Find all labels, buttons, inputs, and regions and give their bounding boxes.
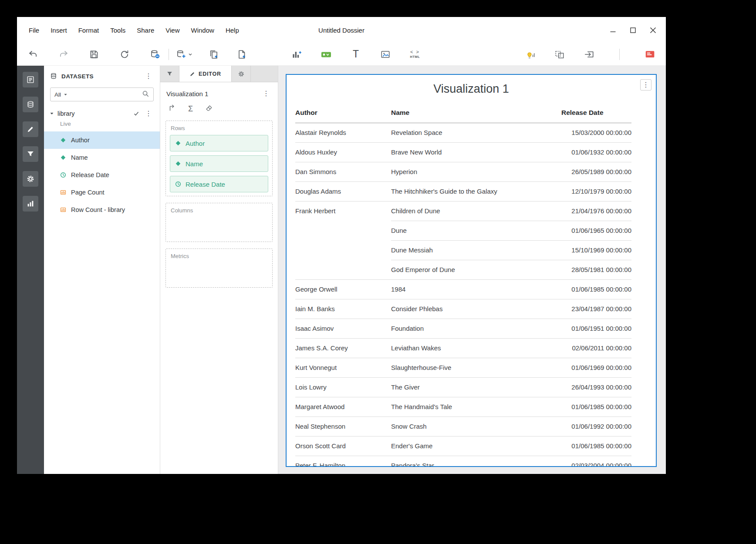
caret-down-icon[interactable]: [50, 111, 54, 116]
grid-cell[interactable]: 01/06/1932 00:00:00: [561, 142, 631, 162]
grid-row[interactable]: Margaret AtwoodThe Handmaid's Tale01/06/…: [295, 397, 631, 416]
grid-cell[interactable]: Ender's Game: [391, 436, 561, 456]
grid-row[interactable]: Isaac AsimovFoundation01/06/1951 00:00:0…: [295, 319, 631, 338]
menu-tools[interactable]: Tools: [105, 27, 131, 34]
grid-row[interactable]: Kurt VonnegutSlaughterhouse-Five01/06/19…: [295, 358, 631, 377]
grid-row[interactable]: God Emperor of Dune28/05/1981 00:00:00: [295, 260, 631, 279]
grid-cell[interactable]: Douglas Adams: [295, 181, 391, 201]
duplicate-page-button[interactable]: [207, 47, 220, 62]
undo-button[interactable]: [27, 47, 40, 62]
grid-cell[interactable]: Foundation: [391, 319, 561, 338]
grid-row[interactable]: James S.A. CoreyLeviathan Wakes02/06/201…: [295, 338, 631, 358]
grid-cell[interactable]: Brave New World: [391, 142, 561, 162]
grid-cell[interactable]: [295, 260, 391, 279]
grid-cell[interactable]: 01/06/1951 00:00:00: [561, 319, 631, 338]
grid-cell[interactable]: 23/04/1987 00:00:00: [561, 299, 631, 319]
visualization-card[interactable]: ⋮ Visualization 1 AuthorNameRelease Date…: [286, 74, 657, 467]
grid-cell[interactable]: Lois Lowry: [295, 377, 391, 397]
menu-insert[interactable]: Insert: [45, 27, 73, 34]
grid-cell[interactable]: George Orwell: [295, 279, 391, 299]
sidebar-item-contents[interactable]: [23, 72, 38, 87]
menu-format[interactable]: Format: [73, 27, 105, 34]
present-button[interactable]: [643, 47, 656, 62]
grid-cell[interactable]: 1984: [391, 279, 561, 299]
grid-cell[interactable]: God Emperor of Dune: [391, 260, 561, 279]
menu-view[interactable]: View: [160, 27, 185, 34]
grid-cell[interactable]: Kurt Vonnegut: [295, 358, 391, 377]
grid-cell[interactable]: Orson Scott Card: [295, 436, 391, 456]
rows-drop-zone[interactable]: Rows AuthorNameRelease Date: [165, 121, 273, 196]
menu-file[interactable]: File: [23, 27, 45, 34]
grid-row[interactable]: Iain M. BanksConsider Phlebas23/04/1987 …: [295, 299, 631, 319]
redo-button[interactable]: [57, 47, 70, 62]
grid-cell[interactable]: 26/04/1993 00:00:00: [561, 377, 631, 397]
grid-cell[interactable]: 01/06/1969 00:00:00: [561, 358, 631, 377]
dataset-field[interactable]: Row Count - library: [44, 201, 160, 218]
grid-cell[interactable]: 12/10/1979 00:00:00: [561, 181, 631, 201]
grid-row[interactable]: Dune01/06/1965 00:00:00: [295, 221, 631, 240]
grid-cell[interactable]: 02/03/2004 00:00:00: [561, 456, 631, 467]
layout-button[interactable]: [553, 47, 566, 62]
grid-row[interactable]: Aldous HuxleyBrave New World01/06/1932 0…: [295, 142, 631, 162]
grid-cell[interactable]: Aldous Huxley: [295, 142, 391, 162]
grid-cell[interactable]: 15/10/1969 00:00:00: [561, 240, 631, 260]
grid-cell[interactable]: The Giver: [391, 377, 561, 397]
swap-axes-button[interactable]: [168, 104, 176, 114]
grid-cell[interactable]: The Hitchhiker's Guide to the Galaxy: [391, 181, 561, 201]
sidebar-item-format[interactable]: [23, 171, 38, 187]
visualization-menu-button[interactable]: ⋮: [640, 79, 651, 91]
menu-help[interactable]: Help: [220, 27, 245, 34]
sidebar-item-visualizations[interactable]: [23, 196, 38, 212]
dataset-tree-item[interactable]: library ⋮: [44, 107, 160, 119]
dataset-field[interactable]: Page Count: [44, 184, 160, 201]
grid-row[interactable]: Alastair ReynoldsRevelation Space15/03/2…: [295, 123, 631, 142]
grid-cell[interactable]: Snow Crash: [391, 416, 561, 436]
zone-chip[interactable]: Release Date: [170, 176, 268, 192]
grid-row[interactable]: Lois LowryThe Giver26/04/1993 00:00:00: [295, 377, 631, 397]
grid-cell[interactable]: 21/04/1976 00:00:00: [561, 201, 631, 221]
grid-cell[interactable]: 28/05/1981 00:00:00: [561, 260, 631, 279]
grid-row[interactable]: George Orwell198401/06/1985 00:00:00: [295, 279, 631, 299]
grid-cell[interactable]: 01/06/1985 00:00:00: [561, 436, 631, 456]
search-filter-dropdown[interactable]: All: [54, 91, 68, 98]
menu-share[interactable]: Share: [131, 27, 160, 34]
dataset-field[interactable]: Author: [44, 131, 160, 149]
grid-column-header[interactable]: Name: [391, 103, 561, 123]
grid-cell[interactable]: Children of Dune: [391, 201, 561, 221]
grid-cell[interactable]: Peter F. Hamilton: [295, 456, 391, 467]
grid-cell[interactable]: Hyperion: [391, 162, 561, 181]
clear-button[interactable]: [205, 104, 213, 114]
zone-chip[interactable]: Author: [170, 135, 268, 151]
grid-cell[interactable]: Dan Simmons: [295, 162, 391, 181]
menu-window[interactable]: Window: [186, 27, 220, 34]
grid-cell[interactable]: 01/06/1985 00:00:00: [561, 279, 631, 299]
grid-row[interactable]: Dune Messiah15/10/1969 00:00:00: [295, 240, 631, 260]
search-button[interactable]: [142, 90, 149, 99]
grid-cell[interactable]: The Handmaid's Tale: [391, 397, 561, 416]
grid-cell[interactable]: Slaughterhouse-Five: [391, 358, 561, 377]
dataset-menu-button[interactable]: ⋮: [143, 109, 154, 118]
add-text-button[interactable]: T: [349, 47, 362, 62]
grid-column-header[interactable]: Author: [295, 103, 391, 123]
grid-cell[interactable]: Consider Phlebas: [391, 299, 561, 319]
grid-cell[interactable]: Dune: [391, 221, 561, 240]
minimize-button[interactable]: [608, 26, 617, 34]
totals-button[interactable]: Σ: [188, 105, 193, 113]
grid-row[interactable]: Orson Scott CardEnder's Game01/06/1985 0…: [295, 436, 631, 456]
grid-cell[interactable]: James S.A. Corey: [295, 338, 391, 358]
grid-cell[interactable]: 02/06/2011 00:00:00: [561, 338, 631, 358]
grid-row[interactable]: Peter F. HamiltonPandora's Star02/03/200…: [295, 456, 631, 467]
grid-cell[interactable]: Leviathan Wakes: [391, 338, 561, 358]
grid-cell[interactable]: Revelation Space: [391, 123, 561, 142]
sidebar-item-editor[interactable]: [23, 121, 38, 137]
grid-cell[interactable]: 01/06/1992 00:00:00: [561, 416, 631, 436]
dataset-search-box[interactable]: All: [50, 87, 154, 101]
tab-filter[interactable]: [160, 66, 179, 82]
grid-cell[interactable]: Isaac Asimov: [295, 319, 391, 338]
grid-cell[interactable]: 26/05/1989 00:00:00: [561, 162, 631, 181]
grid-cell[interactable]: Pandora's Star: [391, 456, 561, 467]
grid-cell[interactable]: Margaret Atwood: [295, 397, 391, 416]
grid-cell[interactable]: 15/03/2000 00:00:00: [561, 123, 631, 142]
add-selector-button[interactable]: [320, 47, 333, 62]
grid-row[interactable]: Neal StephensonSnow Crash01/06/1992 00:0…: [295, 416, 631, 436]
